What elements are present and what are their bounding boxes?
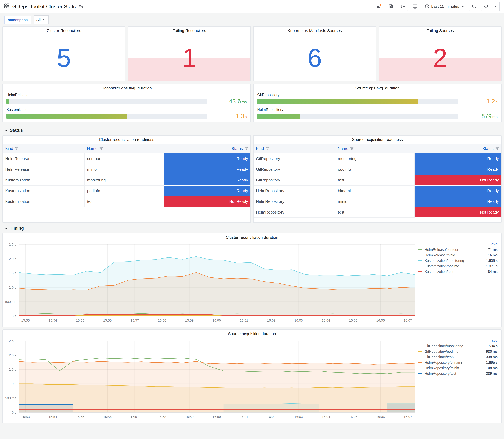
- cell-name: minio: [85, 164, 164, 175]
- gauge-row-helmrepository: HelmRepository879ms: [257, 108, 498, 120]
- column-header-name[interactable]: Name: [335, 144, 415, 153]
- panel-title[interactable]: Source ops avg. duration: [254, 84, 501, 92]
- time-range-picker[interactable]: Last 15 minutes: [422, 2, 467, 11]
- status-section-label: Status: [10, 128, 23, 133]
- svg-text:1.0 s: 1.0 s: [9, 382, 16, 386]
- filter-funnel-icon[interactable]: [350, 147, 354, 150]
- legend-series-swatch: [418, 346, 422, 346]
- table-row: HelmReleaseminioReady: [3, 164, 250, 175]
- svg-text:16:06: 16:06: [376, 415, 385, 419]
- legend-series-name[interactable]: HelmRepository/bitnami: [425, 361, 484, 365]
- column-header-status[interactable]: Status: [164, 144, 250, 153]
- cell-kind: HelmRepository: [254, 196, 335, 207]
- chart-body: 15:5315:5415:5515:5615:5715:5815:5916:00…: [3, 338, 501, 420]
- column-header-wrap: Status: [166, 146, 248, 151]
- panel-title[interactable]: Source acquisition readiness: [254, 135, 501, 144]
- panel-title[interactable]: Source acquisition duration: [3, 330, 501, 338]
- table-row: HelmRepositoryminioReady: [254, 196, 501, 207]
- svg-text:1.0 s: 1.0 s: [9, 286, 16, 289]
- legend-series-avg: 108 ms: [486, 366, 498, 370]
- cell-status: Ready: [164, 185, 250, 196]
- table-row: HelmRepositorybitnamiReady: [254, 185, 501, 196]
- refresh-interval-caret[interactable]: [491, 2, 500, 11]
- panel-title[interactable]: Reconciler ops avg. duration: [3, 84, 250, 92]
- filter-funnel-icon[interactable]: [15, 147, 18, 150]
- gauge-value-number: 1.3: [236, 113, 244, 120]
- charts-column: Cluster reconciliation duration15:5315:5…: [2, 233, 502, 423]
- legend-series-name[interactable]: GitRepository/monitoring: [425, 344, 484, 348]
- table-row: HelmReleasecontourReady: [3, 153, 250, 164]
- svg-text:16:05: 16:05: [349, 415, 357, 419]
- filter-funnel-icon[interactable]: [245, 147, 248, 150]
- panel-title[interactable]: Cluster reconciliation readiness: [3, 135, 250, 144]
- legend-series-avg: 1.695 s: [486, 361, 498, 365]
- gauge-value: 1.2s: [461, 98, 498, 105]
- variable-namespace-label[interactable]: namespace: [4, 16, 31, 24]
- svg-text:15:57: 15:57: [131, 415, 139, 419]
- filter-funnel-icon[interactable]: [495, 147, 499, 150]
- panel-title[interactable]: Cluster Reconcilers: [3, 27, 125, 35]
- variable-namespace-value[interactable]: All: [34, 15, 49, 24]
- legend-series-name[interactable]: HelmRepository/test: [425, 372, 484, 376]
- svg-text:0 s: 0 s: [12, 411, 16, 414]
- table-row: GitRepositorymonitoringReady: [254, 153, 501, 164]
- tv-mode-button[interactable]: [410, 2, 420, 11]
- cell-name: test: [85, 196, 164, 207]
- cell-status: Ready: [164, 153, 250, 164]
- dashboard-settings-button[interactable]: [398, 2, 408, 11]
- svg-text:16:02: 16:02: [267, 318, 275, 322]
- column-header-name[interactable]: Name: [85, 144, 164, 153]
- legend-series-name[interactable]: Kustomization/monitoring: [425, 259, 484, 263]
- chevron-down-icon: [494, 5, 497, 8]
- gauge-bar: 1.2s: [257, 98, 498, 105]
- time-series-plot[interactable]: 15:5315:5415:5515:5615:5715:5815:5916:00…: [4, 241, 415, 324]
- legend-series-avg: 71 ms: [488, 248, 498, 252]
- legend-series-swatch: [418, 255, 422, 256]
- panel-title[interactable]: Kubernetes Manifests Sources: [254, 27, 376, 35]
- legend-series-name[interactable]: GitRepository/podinfo: [425, 350, 484, 354]
- legend-avg-header[interactable]: avg: [418, 242, 498, 247]
- share-icon[interactable]: [79, 3, 83, 9]
- panel-title[interactable]: Failing Reconcilers: [128, 27, 251, 35]
- refresh-button[interactable]: [481, 2, 491, 11]
- gauge-value-number: 43.6: [229, 98, 241, 105]
- add-panel-button[interactable]: [374, 2, 384, 11]
- legend-item-helmrepository-minio: HelmRepository/minio108 ms: [418, 365, 498, 371]
- timing-section-toggle[interactable]: Timing: [2, 223, 502, 233]
- save-dashboard-button[interactable]: [386, 2, 396, 11]
- variables-row: namespace All: [0, 13, 504, 26]
- cell-status: Not Ready: [415, 175, 501, 185]
- column-header-status[interactable]: Status: [415, 144, 501, 153]
- table-head: KindNameStatus: [254, 144, 501, 153]
- cell-kind: HelmRelease: [3, 164, 85, 175]
- svg-text:2.5 s: 2.5 s: [9, 243, 16, 246]
- gauge-value: 879ms: [461, 113, 498, 120]
- column-header-kind[interactable]: Kind: [3, 144, 85, 153]
- gauge-value-unit: s: [496, 100, 498, 104]
- legend-item-helmrepository-bitnami: HelmRepository/bitnami1.695 s: [418, 360, 498, 365]
- column-header-kind[interactable]: Kind: [254, 144, 335, 153]
- legend-series-name[interactable]: Kustomization/test: [425, 270, 486, 274]
- time-series-plot[interactable]: 15:5315:5415:5515:5615:5715:5815:5916:00…: [4, 338, 415, 420]
- legend-avg-header[interactable]: avg: [418, 338, 498, 343]
- zoom-out-time-button[interactable]: [469, 2, 479, 11]
- legend-series-name[interactable]: GitRepository/test2: [425, 355, 484, 359]
- panel-title[interactable]: Cluster reconciliation duration: [3, 233, 501, 241]
- legend-series-avg: 338 ms: [486, 355, 498, 359]
- gauge-value-number: 1.2: [486, 98, 495, 105]
- svg-text:16:04: 16:04: [322, 415, 330, 419]
- cell-status: Not Ready: [415, 207, 501, 218]
- svg-text:15:58: 15:58: [158, 415, 166, 419]
- legend-series-name[interactable]: HelmRepository/minio: [425, 366, 484, 370]
- legend-series-name[interactable]: HelmRelease/minio: [425, 253, 486, 257]
- legend-series-avg: 1.605 s: [486, 259, 498, 263]
- legend-series-name[interactable]: HelmRelease/contour: [425, 248, 486, 252]
- dashboard-content: Cluster Reconcilers5Failing Reconcilers1…: [0, 26, 504, 428]
- dashboard-grid-icon[interactable]: [4, 3, 9, 10]
- panel-title[interactable]: Failing Sources: [379, 27, 501, 35]
- status-section-toggle[interactable]: Status: [2, 125, 502, 135]
- cell-kind: Kustomization: [3, 196, 85, 207]
- filter-funnel-icon[interactable]: [266, 147, 269, 150]
- filter-funnel-icon[interactable]: [99, 147, 103, 150]
- legend-series-name[interactable]: Kustomization/podinfo: [425, 264, 484, 268]
